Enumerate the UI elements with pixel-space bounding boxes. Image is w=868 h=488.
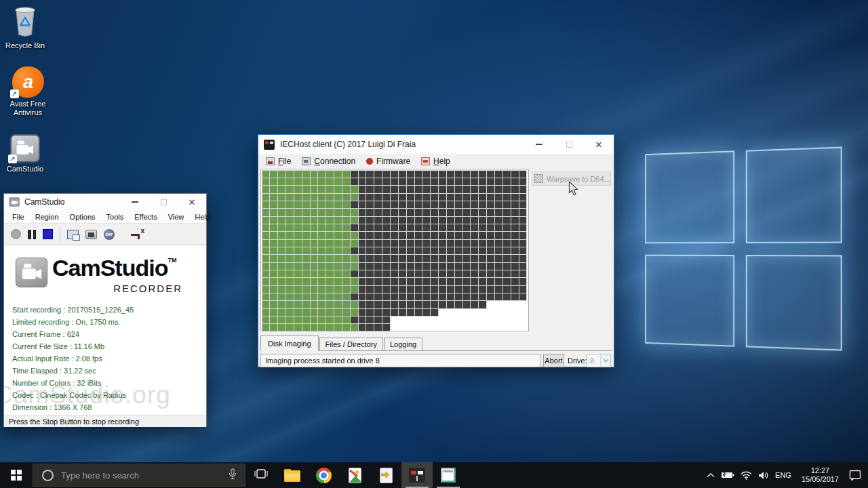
swf-icon[interactable]: SWF [104, 229, 115, 240]
sector-cell [487, 263, 494, 270]
sector-cell [262, 263, 270, 270]
chevron-up-icon[interactable] [707, 473, 715, 478]
sector-cell [366, 263, 374, 270]
start-button[interactable] [0, 462, 33, 488]
sector-cell [503, 194, 511, 201]
camstudio-logo-icon [16, 258, 47, 287]
menu-item-view[interactable]: View [163, 213, 190, 221]
search-box[interactable]: Type here to search [33, 464, 245, 487]
language-indicator[interactable]: ENG [775, 471, 791, 479]
sector-cell [270, 178, 277, 185]
sector-cell [351, 240, 358, 247]
sector-cell [439, 270, 446, 277]
volume-icon[interactable] [758, 471, 769, 480]
task-view-button[interactable] [245, 462, 277, 488]
clock[interactable]: 12:27 15/05/2017 [797, 466, 843, 484]
warpsave-disabled-icon [534, 174, 543, 183]
menu-item-file[interactable]: File [7, 213, 30, 221]
sector-cell [366, 270, 374, 277]
menu-item-firmware[interactable]: Firmware [364, 157, 416, 166]
sector-cell [342, 232, 350, 239]
annotation-icon[interactable]: x [131, 229, 144, 240]
sector-cell [311, 263, 318, 270]
task-view-icon [254, 468, 268, 482]
sector-cell [382, 309, 390, 316]
sector-cell [262, 240, 270, 247]
menu-item-tools[interactable]: Tools [101, 213, 130, 221]
tab-files-directory[interactable]: Files / Directory [319, 338, 383, 350]
menu-item-help[interactable]: Help [189, 213, 216, 221]
menu-item-connection[interactable]: Connection [300, 157, 361, 166]
sector-cell [351, 224, 358, 231]
sector-cell [359, 293, 366, 300]
maximize-button[interactable] [554, 135, 584, 154]
sector-cell [302, 209, 310, 216]
abort-button[interactable]: Abort [543, 354, 564, 367]
sector-cell [278, 324, 285, 331]
sector-cell [326, 255, 334, 262]
sector-cell [342, 194, 350, 201]
sector-cell [431, 270, 438, 277]
desktop-icon-camstudio[interactable]: ↗ CamStudio [0, 134, 52, 174]
sector-cell [503, 293, 511, 300]
sector-cell [278, 255, 285, 262]
sector-row [262, 224, 528, 231]
menu-item-options[interactable]: Options [64, 213, 101, 221]
record-icon[interactable] [11, 229, 21, 239]
sector-cell [318, 247, 326, 254]
wifi-icon[interactable] [741, 471, 752, 480]
tab-logging[interactable]: Logging [384, 338, 422, 350]
sector-cell [391, 270, 398, 277]
sector-cell [342, 317, 350, 323]
taskbar-camstudio[interactable] [433, 462, 464, 488]
pause-icon[interactable] [28, 230, 36, 239]
taskbar-file-explorer[interactable] [277, 462, 308, 488]
drive-select[interactable]: 8 [587, 354, 611, 367]
sector-cell [326, 224, 334, 231]
minimize-button[interactable] [121, 194, 149, 210]
region-icon[interactable] [67, 230, 79, 239]
menu-item-region[interactable]: Region [30, 213, 64, 221]
close-button[interactable]: ✕ [584, 135, 614, 154]
battery-icon[interactable] [721, 471, 734, 479]
sector-cell [407, 224, 414, 231]
sector-cell [495, 224, 502, 231]
sector-row [262, 301, 528, 308]
sector-cell [447, 178, 454, 185]
sector-cell [270, 217, 277, 224]
camstudio-titlebar[interactable]: CamStudio ✕ [4, 194, 206, 210]
desktop-icon-recycle-bin[interactable]: Recycle Bin [0, 5, 52, 50]
sector-cell [294, 171, 302, 178]
sector-cell [366, 217, 374, 224]
close-button[interactable]: ✕ [178, 194, 206, 210]
file-explorer-icon [284, 469, 300, 482]
stop-icon[interactable] [43, 229, 53, 239]
sector-cell [495, 194, 502, 201]
sector-cell [479, 178, 486, 185]
microphone-icon[interactable] [229, 468, 237, 483]
sector-row [262, 286, 528, 293]
taskbar-iechost[interactable] [401, 462, 433, 488]
minimize-button[interactable] [524, 135, 554, 154]
taskbar-image-viewer[interactable] [339, 462, 370, 488]
menu-item-file[interactable]: File [264, 157, 297, 166]
sector-cell [447, 217, 454, 224]
desktop-icon-avast[interactable]: a ↗ Avast Free Antivirus [1, 66, 54, 117]
sector-cell [431, 255, 438, 262]
sector-cell [519, 270, 527, 277]
iechost-titlebar[interactable]: IECHost client (C) 2017 Luigi Di Fraia ✕ [258, 135, 614, 154]
action-center-icon[interactable] [849, 470, 861, 481]
sector-cell [431, 301, 438, 308]
sector-cell [270, 240, 277, 247]
taskbar-chrome[interactable] [308, 462, 339, 488]
sector-cell [487, 224, 494, 231]
sector-cell [286, 255, 294, 262]
tab-disk-imaging[interactable]: Disk Imaging [260, 336, 319, 351]
maximize-button[interactable] [149, 194, 178, 210]
player-icon[interactable] [85, 230, 97, 239]
menu-item-effects[interactable]: Effects [129, 213, 162, 221]
sector-cell [519, 217, 527, 224]
menu-item-help[interactable]: Help [419, 157, 456, 166]
taskbar-file-transfer[interactable] [370, 462, 401, 488]
sector-cell [374, 217, 382, 224]
